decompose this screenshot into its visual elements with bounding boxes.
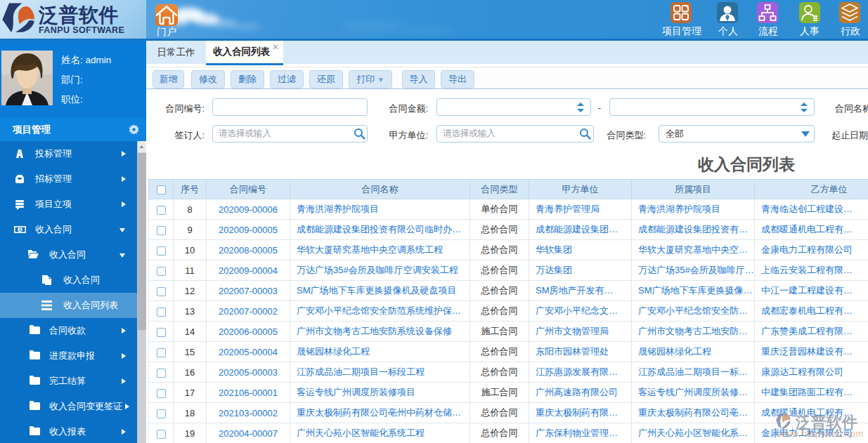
svg-text:1: 1 <box>19 227 22 232</box>
svg-text:www.fanpusoft.com: www.fanpusoft.com <box>777 429 864 439</box>
